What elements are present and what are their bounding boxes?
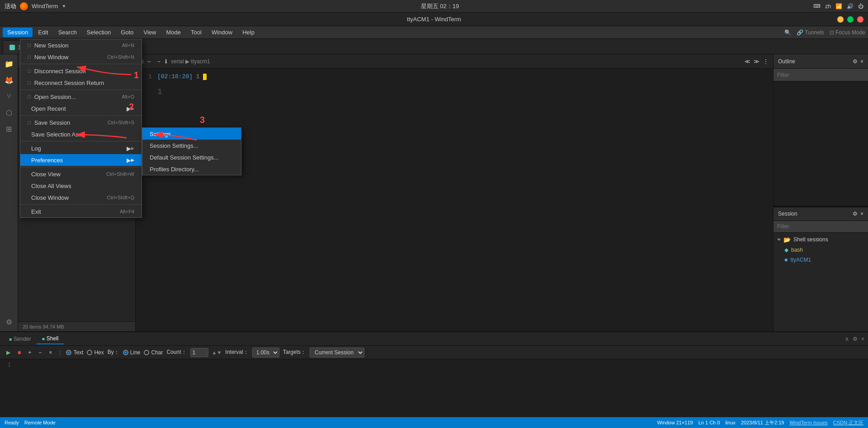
interval-select[interactable]: 1.00s: [252, 348, 279, 357]
menu-reconnect[interactable]: □ Reconnect Session Return: [20, 77, 142, 89]
session-settings-label: Session Settings...: [150, 142, 198, 149]
menu-close-view[interactable]: Close View Ctrl+Shift+W: [20, 168, 142, 180]
tab-shell[interactable]: ■Shell: [37, 334, 64, 344]
menu-mode[interactable]: Mode: [161, 28, 185, 37]
submenu-settings[interactable]: Settings...: [142, 128, 241, 140]
menu-open-recent[interactable]: Open Recent ▶: [20, 103, 142, 114]
network-icon: 📶: [835, 3, 842, 9]
outline-filter-input[interactable]: [777, 72, 864, 78]
sidebar-icon-git[interactable]: ⑂: [2, 89, 16, 103]
line-radio-label[interactable]: Line: [123, 349, 141, 356]
by-label: By：: [108, 348, 119, 356]
status-datetime: 2023/8/11 上午2:19: [741, 419, 784, 426]
sender-toolbar: ▶ ■ + − × | Text Hex By： Line Char Count…: [0, 346, 868, 359]
lang-indicator[interactable]: zh: [825, 3, 831, 9]
outline-collapse-icon[interactable]: ×: [860, 58, 863, 65]
session-filter-input[interactable]: [777, 223, 864, 230]
stop-button[interactable]: ■: [16, 348, 23, 357]
minimize-button[interactable]: [837, 16, 844, 23]
activities-label[interactable]: 活动: [5, 2, 16, 10]
app-menu-arrow[interactable]: ▼: [62, 4, 66, 9]
menu-window[interactable]: Window: [207, 28, 237, 37]
menu-exit[interactable]: Exit Alt+F4: [20, 206, 142, 217]
editor-tool-back[interactable]: ←: [147, 58, 152, 65]
close-button[interactable]: [857, 16, 863, 23]
session-collapse-icon[interactable]: ×: [860, 211, 863, 217]
editor-tool-forward[interactable]: →: [156, 58, 161, 65]
cursor-block: [203, 74, 207, 80]
menu-tool[interactable]: Tool: [186, 28, 206, 37]
menu-selection[interactable]: Selection: [82, 28, 115, 37]
add-button[interactable]: +: [26, 348, 33, 357]
text-radio-label[interactable]: Text: [66, 349, 83, 356]
submenu-profiles-dir[interactable]: Profiles Directory...: [142, 163, 241, 175]
tunnels-label[interactable]: 🔗 Tunnels: [797, 29, 824, 36]
menu-search[interactable]: Search: [54, 28, 81, 37]
menu-save-session[interactable]: □ Save Session Ctrl+Shift+S: [20, 117, 142, 128]
outline-settings-icon[interactable]: ⚙: [853, 58, 858, 65]
sidebar-icon-settings[interactable]: ⚙: [2, 315, 16, 329]
menu-log[interactable]: Log ▶: [20, 142, 142, 154]
windterm-issues-link[interactable]: WindTerm Issues: [789, 420, 827, 425]
search-icon[interactable]: 🔍: [784, 29, 791, 36]
count-input[interactable]: [190, 348, 208, 357]
menu-goto[interactable]: Goto: [116, 28, 138, 37]
menu-save-selection[interactable]: Save Selection As...: [20, 128, 142, 140]
bottom-tabs: ■Sender ■Shell ∧ ⚙ ×: [0, 332, 868, 346]
text-radio-dot: [66, 350, 71, 355]
hex-radio-text: Hex: [94, 349, 104, 356]
session-settings-icon[interactable]: ⚙: [853, 211, 858, 217]
windterm-app-name[interactable]: WindTerm: [32, 3, 58, 9]
menu-new-window[interactable]: □ New Window Ctrl+Shift+N: [20, 51, 142, 63]
sidebar-icon-browser[interactable]: 🦊: [2, 73, 16, 87]
session-bash-label: bash: [791, 247, 803, 253]
menu-session[interactable]: Session: [3, 28, 33, 37]
csdn-link[interactable]: CSDN·正文区: [833, 419, 863, 426]
session-item-tty[interactable]: ■ ttyACM1: [774, 255, 868, 265]
panel-settings-icon[interactable]: ⚙: [853, 336, 858, 342]
menu-open-session[interactable]: □ Open Session... Alt+O: [20, 91, 142, 103]
session-title: Session: [778, 211, 797, 217]
session-group-shell[interactable]: 📂 Shell sessions: [774, 235, 868, 245]
menu-close-all-views[interactable]: Close All Views: [20, 180, 142, 192]
targets-select[interactable]: Current Session: [310, 348, 364, 357]
menu-preferences[interactable]: Preferences ▶: [20, 154, 142, 166]
menu-edit[interactable]: Edit: [33, 28, 52, 37]
title-bar: ttyACM1 - WindTerm: [0, 13, 868, 26]
collapse-icon[interactable]: ≪: [745, 58, 750, 65]
keyboard-icon[interactable]: ⌨: [813, 3, 821, 9]
hex-radio-label[interactable]: Hex: [87, 349, 104, 356]
code-content[interactable]: [02:18:20] 1 1: [157, 72, 769, 328]
sidebar-icon-terminal[interactable]: ⊞: [2, 122, 16, 136]
menu-new-session[interactable]: □ New Session Alt+N: [20, 39, 142, 51]
more-icon[interactable]: ⋮: [763, 58, 769, 65]
play-button[interactable]: ▶: [5, 348, 12, 357]
expand-icon[interactable]: ≫: [754, 58, 760, 65]
close-all-views-label: Close All Views: [31, 183, 134, 189]
submenu-default-session[interactable]: Default Session Settings...: [142, 151, 241, 163]
firefox-icon[interactable]: [20, 2, 28, 10]
open-session-label: Open Session...: [34, 94, 122, 100]
clear-button[interactable]: ×: [47, 348, 54, 357]
file-count-label: 20 items 94.74 MB: [23, 324, 64, 329]
maximize-button[interactable]: [847, 16, 854, 23]
panel-close-icon[interactable]: ×: [861, 336, 864, 342]
submenu-session-settings[interactable]: Session Settings...: [142, 140, 241, 151]
tab-sender[interactable]: ■Sender: [4, 334, 37, 344]
editor-tool-info[interactable]: ℹ: [165, 58, 167, 65]
power-icon[interactable]: ⏻: [858, 3, 863, 9]
outline-filter[interactable]: [774, 69, 868, 81]
focus-mode-label[interactable]: ⊡ Focus Mode: [830, 29, 865, 36]
menu-view[interactable]: View: [139, 28, 161, 37]
menu-help[interactable]: Help: [238, 28, 259, 37]
menu-close-window[interactable]: Close Window Ctrl+Shift+Q: [20, 192, 142, 203]
volume-icon[interactable]: 🔊: [847, 3, 854, 9]
remove-button[interactable]: −: [37, 348, 43, 357]
sidebar-icon-extension[interactable]: ⬡: [2, 106, 16, 119]
sidebar-icon-files[interactable]: 📁: [2, 57, 16, 71]
session-item-bash[interactable]: ◆ bash: [774, 245, 868, 255]
char-radio-label[interactable]: Char: [144, 349, 163, 356]
session-filter[interactable]: [774, 221, 868, 233]
panel-expand-icon[interactable]: ∧: [845, 336, 849, 342]
menu-disconnect[interactable]: □ Disconnect Session: [20, 65, 142, 77]
